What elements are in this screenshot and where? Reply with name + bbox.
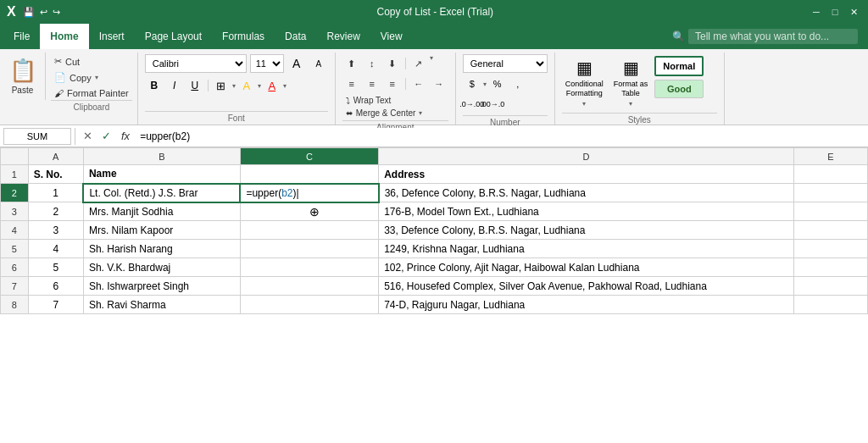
currency-button[interactable]: $ [463, 75, 481, 93]
menu-file[interactable]: File [3, 24, 40, 49]
menu-review[interactable]: Review [316, 24, 370, 49]
cell-b4[interactable]: Mrs. Nilam Kapoor [83, 221, 240, 240]
align-middle-button[interactable]: ↕ [363, 54, 381, 73]
cell-d2[interactable]: 36, Defence Colony, B.R.S. Nagar, Ludhia… [379, 184, 794, 202]
col-header-e[interactable]: E [793, 148, 867, 165]
cell-c8[interactable] [240, 296, 378, 314]
border-dropdown[interactable]: ▾ [232, 82, 236, 90]
align-left-button[interactable]: ≡ [342, 75, 361, 93]
indent-increase-button[interactable]: → [430, 75, 448, 93]
decrease-decimal-button[interactable]: .00→.0 [483, 95, 502, 114]
cell-c5[interactable] [240, 240, 378, 258]
col-header-b[interactable]: B [83, 148, 240, 165]
cell-d7[interactable]: 516, Housefed Complex, Silver Oak Avenue… [379, 277, 794, 296]
font-name-select[interactable]: Calibri [145, 54, 247, 73]
font-color-button[interactable]: A [263, 76, 281, 95]
undo-button[interactable]: ↩ [38, 7, 49, 18]
cell-e5[interactable] [793, 240, 867, 258]
cell-c3[interactable]: ⊕ [240, 202, 378, 221]
font-size-decrease-button[interactable]: A [309, 54, 328, 73]
currency-dropdown[interactable]: ▾ [483, 80, 487, 88]
cell-a3[interactable]: 2 [28, 202, 83, 221]
cell-c2[interactable]: =upper(b2)| [240, 184, 378, 202]
quick-save-button[interactable]: 💾 [21, 7, 36, 18]
spreadsheet-container[interactable]: A B C D E 1 S. No. Name Address 2 1 Lt. … [0, 147, 868, 440]
cell-d6[interactable]: 102, Prince Colony, Ajit Nagar, Haibowal… [379, 258, 794, 277]
merge-center-button[interactable]: ⬌ Merge & Center ▾ [342, 108, 426, 119]
cell-a1[interactable]: S. No. [28, 165, 83, 184]
font-size-increase-button[interactable]: A [287, 54, 306, 73]
cell-b2[interactable]: Lt. Col. (Retd.) J.S. Brar [83, 184, 240, 202]
comma-button[interactable]: , [509, 75, 527, 93]
name-box[interactable] [3, 128, 71, 145]
fill-dropdown[interactable]: ▾ [258, 82, 261, 90]
col-header-c[interactable]: C [240, 148, 378, 165]
format-as-table-button[interactable]: ▦ Format asTable ▾ [610, 56, 652, 109]
maximize-button[interactable]: □ [827, 4, 843, 19]
cell-a5[interactable]: 4 [28, 240, 83, 258]
cell-a8[interactable]: 7 [28, 296, 83, 314]
percent-button[interactable]: % [488, 75, 507, 93]
underline-button[interactable]: U [186, 76, 204, 95]
cell-c6[interactable] [240, 258, 378, 277]
minimize-button[interactable]: ─ [809, 4, 824, 19]
indent-decrease-button[interactable]: ← [409, 75, 428, 93]
good-style-button[interactable]: Good [654, 80, 704, 98]
align-center-button[interactable]: ≡ [363, 75, 381, 93]
paste-button[interactable]: 📋 Paste [3, 54, 42, 98]
redo-button[interactable]: ↪ [51, 7, 62, 18]
format-painter-button[interactable]: 🖌 Format Painter [51, 86, 132, 100]
normal-style-button[interactable]: Normal [654, 56, 704, 76]
cell-a7[interactable]: 6 [28, 277, 83, 296]
border-button[interactable]: ⊞ [212, 76, 231, 95]
cell-b5[interactable]: Sh. Harish Narang [83, 240, 240, 258]
align-bottom-button[interactable]: ⬇ [383, 54, 402, 73]
cell-c1[interactable] [240, 165, 378, 184]
cell-c7[interactable] [240, 277, 378, 296]
cell-b8[interactable]: Sh. Ravi Sharma [83, 296, 240, 314]
menu-view[interactable]: View [370, 24, 413, 49]
cell-e6[interactable] [793, 258, 867, 277]
menu-data[interactable]: Data [275, 24, 316, 49]
cell-e4[interactable] [793, 221, 867, 240]
cell-d8[interactable]: 74-D, Rajguru Nagar, Ludhiana [379, 296, 794, 314]
cancel-formula-button[interactable]: ✕ [79, 128, 96, 145]
col-header-d[interactable]: D [379, 148, 794, 165]
cell-a2[interactable]: 1 [28, 184, 83, 202]
cell-e7[interactable] [793, 277, 867, 296]
cell-b1[interactable]: Name [83, 165, 240, 184]
bold-button[interactable]: B [145, 76, 164, 95]
close-button[interactable]: ✕ [846, 4, 861, 19]
font-color-dropdown[interactable]: ▾ [283, 82, 287, 90]
cell-b6[interactable]: Sh. V.K. Bhardwaj [83, 258, 240, 277]
cell-d3[interactable]: 176-B, Model Town Ext., Ludhiana [379, 202, 794, 221]
menu-home[interactable]: Home [40, 24, 88, 49]
number-format-select[interactable]: General [463, 54, 548, 73]
cell-c4[interactable] [240, 221, 378, 240]
font-size-select[interactable]: 11 [250, 54, 284, 73]
confirm-formula-button[interactable]: ✓ [97, 128, 114, 145]
fill-color-button[interactable]: A [237, 76, 256, 95]
cut-button[interactable]: ✂ Cut [51, 54, 132, 69]
text-angle-button[interactable]: ↗ [409, 54, 428, 73]
cell-b7[interactable]: Sh. Ishwarpreet Singh [83, 277, 240, 296]
tell-me-input[interactable] [688, 29, 858, 44]
cell-b3[interactable]: Mrs. Manjit Sodhia [83, 202, 240, 221]
menu-insert[interactable]: Insert [89, 24, 135, 49]
angle-dropdown[interactable]: ▾ [430, 54, 433, 73]
italic-button[interactable]: I [165, 76, 184, 95]
copy-button[interactable]: 📄 Copy ▾ [51, 70, 132, 85]
col-header-a[interactable]: A [28, 148, 83, 165]
cell-d4[interactable]: 33, Defence Colony, B.R.S. Nagar, Ludhia… [379, 221, 794, 240]
increase-decimal-button[interactable]: .0→.00 [463, 95, 481, 114]
cell-e2[interactable] [793, 184, 867, 202]
menu-formulas[interactable]: Formulas [212, 24, 275, 49]
conditional-formatting-button[interactable]: ▦ ConditionalFormatting ▾ [562, 56, 607, 109]
cell-a6[interactable]: 5 [28, 258, 83, 277]
cell-e3[interactable] [793, 202, 867, 221]
cell-e1[interactable] [793, 165, 867, 184]
cell-e8[interactable] [793, 296, 867, 314]
align-top-button[interactable]: ⬆ [342, 54, 361, 73]
align-right-button[interactable]: ≡ [383, 75, 402, 93]
cell-d1[interactable]: Address [379, 165, 794, 184]
